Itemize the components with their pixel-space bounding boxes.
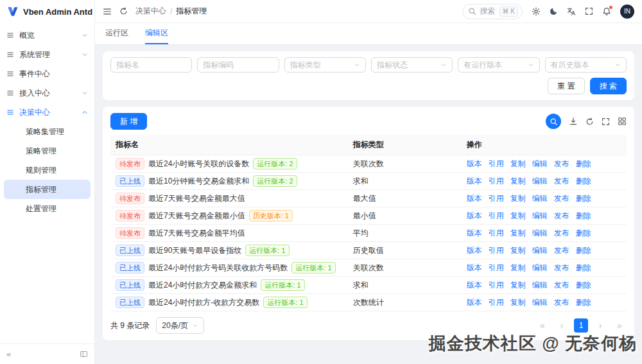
sidebar-subitem[interactable]: 策略集管理	[4, 122, 91, 141]
action-copy[interactable]: 复制	[510, 176, 526, 187]
action-delete[interactable]: 删除	[576, 245, 591, 256]
sidebar-item[interactable]: 接入中心	[0, 83, 94, 103]
column-settings-icon[interactable]	[618, 117, 627, 126]
filter-select[interactable]: 指标类型	[284, 57, 366, 73]
sidebar-item[interactable]: 系统管理	[0, 45, 94, 64]
action-edit[interactable]: 编辑	[532, 263, 548, 273]
translate-icon[interactable]	[567, 7, 576, 16]
global-search[interactable]: 搜索 ⌘ K	[462, 4, 523, 19]
action-publish[interactable]: 发布	[554, 280, 569, 291]
action-edit[interactable]: 编辑	[532, 280, 548, 291]
action-reference[interactable]: 引用	[489, 228, 504, 239]
app-logo[interactable]: Vben Admin Antd	[0, 0, 94, 23]
action-version[interactable]: 版本	[467, 263, 482, 273]
pagination-first[interactable]: «	[535, 318, 550, 333]
bell-icon[interactable]	[602, 7, 611, 16]
action-publish[interactable]: 发布	[554, 263, 569, 273]
breadcrumb-item[interactable]: 决策中心	[135, 6, 166, 17]
action-copy[interactable]: 复制	[510, 211, 526, 221]
action-reference[interactable]: 引用	[489, 211, 504, 221]
action-copy[interactable]: 复制	[510, 245, 526, 256]
fullscreen-icon[interactable]	[585, 7, 593, 15]
action-reference[interactable]: 引用	[489, 263, 504, 273]
action-publish[interactable]: 发布	[554, 297, 569, 308]
action-copy[interactable]: 复制	[510, 280, 526, 291]
action-version[interactable]: 版本	[467, 245, 482, 256]
action-edit[interactable]: 编辑	[532, 176, 548, 187]
pin-sidebar-icon[interactable]	[80, 350, 88, 358]
action-delete[interactable]: 删除	[576, 176, 591, 187]
action-reference[interactable]: 引用	[489, 245, 504, 256]
page-refresh-icon[interactable]	[119, 7, 128, 15]
sidebar-item[interactable]: 概览	[0, 26, 94, 45]
action-publish[interactable]: 发布	[554, 193, 569, 204]
action-reference[interactable]: 引用	[489, 193, 504, 204]
pagination-prev[interactable]: ‹	[555, 318, 569, 333]
sidebar-subitem[interactable]: 处置管理	[4, 199, 91, 218]
sidebar-item[interactable]: 决策中心	[0, 103, 94, 122]
action-publish[interactable]: 发布	[554, 245, 569, 256]
action-edit[interactable]: 编辑	[532, 245, 548, 256]
action-version[interactable]: 版本	[467, 297, 482, 308]
filter-input-field[interactable]	[116, 60, 186, 69]
action-publish[interactable]: 发布	[554, 211, 569, 221]
action-publish[interactable]: 发布	[554, 159, 569, 169]
menu-toggle-icon[interactable]	[103, 7, 112, 16]
action-reference[interactable]: 引用	[489, 297, 504, 308]
action-publish[interactable]: 发布	[554, 228, 569, 239]
sidebar-subitem[interactable]: 指标管理	[4, 180, 91, 199]
action-reference[interactable]: 引用	[489, 280, 504, 291]
action-edit[interactable]: 编辑	[532, 211, 548, 221]
tab-run-area[interactable]: 运行区	[105, 23, 128, 44]
action-version[interactable]: 版本	[467, 211, 482, 221]
action-copy[interactable]: 复制	[510, 263, 526, 273]
search-button[interactable]: 搜 索	[590, 78, 627, 94]
filter-input-field[interactable]	[203, 60, 273, 69]
action-edit[interactable]: 编辑	[532, 297, 548, 308]
action-delete[interactable]: 删除	[576, 211, 591, 221]
reset-button[interactable]: 重 置	[548, 78, 584, 94]
sidebar-item[interactable]: 事件中心	[0, 64, 94, 83]
expand-icon[interactable]	[602, 117, 610, 126]
action-version[interactable]: 版本	[467, 228, 482, 239]
action-copy[interactable]: 复制	[510, 297, 526, 308]
user-avatar[interactable]: IN	[620, 4, 634, 19]
moon-icon[interactable]	[550, 7, 558, 15]
table-search-button[interactable]	[546, 114, 561, 129]
action-delete[interactable]: 删除	[576, 280, 591, 291]
action-copy[interactable]: 复制	[510, 228, 526, 239]
action-reference[interactable]: 引用	[489, 159, 504, 169]
sidebar-subitem[interactable]: 策略管理	[4, 141, 91, 160]
filter-select[interactable]: 指标状态	[371, 57, 453, 73]
page-size-select[interactable]: 20条/页	[156, 317, 204, 334]
download-icon[interactable]	[569, 117, 578, 126]
action-delete[interactable]: 删除	[576, 263, 591, 273]
action-version[interactable]: 版本	[467, 176, 482, 187]
pagination-next[interactable]: ›	[593, 318, 607, 333]
collapse-sidebar-icon[interactable]: «	[6, 349, 11, 359]
action-reference[interactable]: 引用	[489, 176, 504, 187]
action-version[interactable]: 版本	[467, 280, 482, 291]
sidebar-subitem[interactable]: 规则管理	[4, 160, 91, 180]
action-edit[interactable]: 编辑	[532, 193, 548, 204]
action-edit[interactable]: 编辑	[532, 228, 548, 239]
action-version[interactable]: 版本	[467, 193, 482, 204]
action-delete[interactable]: 删除	[576, 193, 591, 204]
pagination-page-current[interactable]: 1	[574, 318, 588, 333]
action-copy[interactable]: 复制	[510, 159, 526, 169]
add-button[interactable]: 新 增	[110, 113, 147, 130]
action-edit[interactable]: 编辑	[532, 159, 548, 169]
action-delete[interactable]: 删除	[576, 297, 591, 308]
filter-select[interactable]: 有历史版本	[545, 57, 627, 73]
action-delete[interactable]: 删除	[576, 159, 591, 169]
filter-select[interactable]: 有运行版本	[458, 57, 539, 73]
gear-icon[interactable]	[532, 7, 541, 16]
pagination-last[interactable]: »	[612, 318, 627, 333]
action-delete[interactable]: 删除	[576, 228, 591, 239]
tab-edit-area[interactable]: 编辑区	[145, 23, 168, 44]
metric-name-cell: 待发布最近7天账号交易金额最小值历史版本: 1	[110, 207, 348, 225]
action-copy[interactable]: 复制	[510, 193, 526, 204]
table-refresh-icon[interactable]	[586, 117, 594, 126]
action-version[interactable]: 版本	[467, 159, 482, 169]
action-publish[interactable]: 发布	[554, 176, 569, 187]
